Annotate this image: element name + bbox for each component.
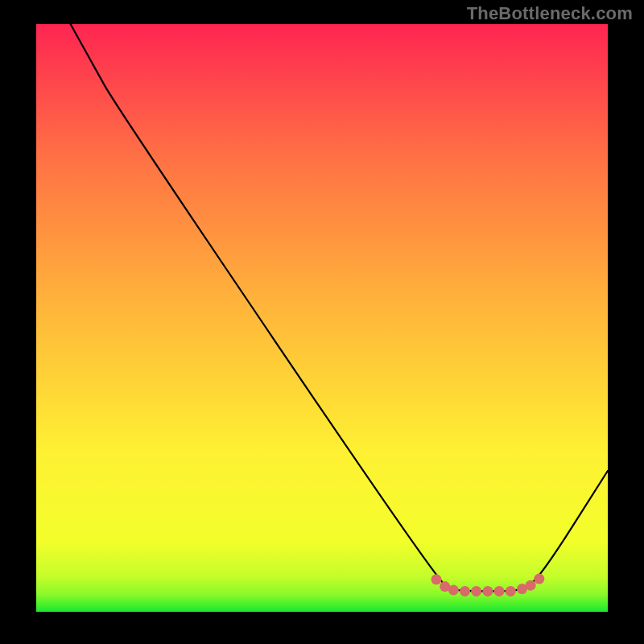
curve-dot: [431, 574, 442, 584]
watermark-label: TheBottleneck.com: [467, 3, 633, 24]
curve-dot: [534, 574, 544, 584]
curve-dot: [448, 584, 459, 595]
curve-dot: [482, 586, 493, 597]
curve-dot: [460, 586, 470, 597]
curve-dot: [494, 586, 505, 597]
curve-dot: [471, 586, 481, 597]
curve-dot: [506, 586, 516, 597]
chart-root: TheBottleneck.com: [0, 0, 644, 644]
chart-canvas: [0, 0, 644, 644]
curve-dot: [526, 580, 536, 591]
